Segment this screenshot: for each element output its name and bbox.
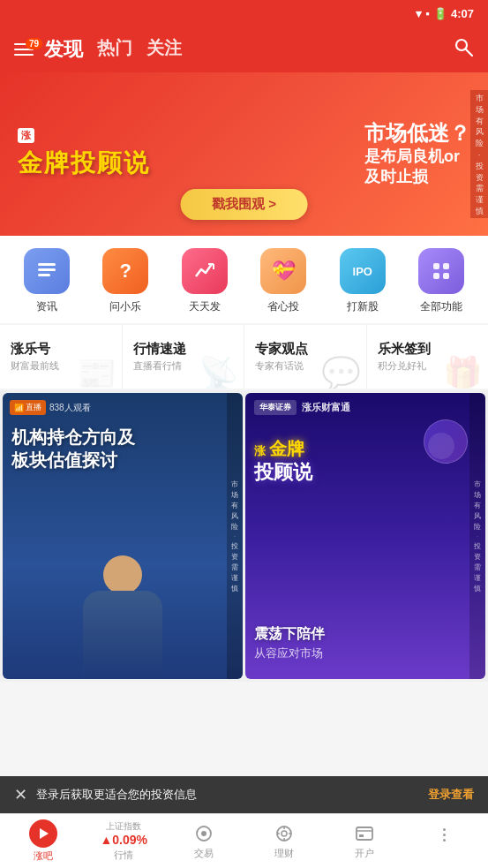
quick-label-daily: 天天发 [189,299,221,314]
content-card-advisor[interactable]: 华泰证券 涨乐财富通 涨 金牌 投顾说 震荡下陪伴 从容应对市场 市 场 有 风… [245,393,485,679]
quick-menu: 资讯 ? 问小乐 天天发 💝 省心投 IPO 打新股 [0,236,488,323]
brand-name: 涨乐财富通 [302,401,350,414]
account-icon [353,822,376,845]
menu-area: 79 [14,43,34,56]
invest-icon: 💝 [260,248,306,294]
quick-item-daily[interactable]: 天天发 [182,248,228,314]
search-button[interactable] [453,36,474,63]
advisor-logo-area: 华泰证券 涨乐财富通 [245,393,485,422]
banner-right: 市场低迷？ 是布局良机or 及时止损 [356,121,470,188]
svg-rect-8 [443,263,449,269]
tab-hot[interactable]: 热门 [97,36,132,63]
quick-label-news: 资讯 [36,299,57,314]
gold-label: 金牌 [269,439,304,458]
feature-card-market[interactable]: 行情速递 直播看行情 📡 [123,325,245,389]
nav-item-wealth[interactable]: 理财 [244,817,324,865]
stock-info: 上证指数 ▲0.09% [100,820,147,847]
nav-item-market[interactable]: 上证指数 ▲0.09% 行情 [84,815,164,867]
quick-label-ask: 问小乐 [109,299,141,314]
svg-rect-19 [357,827,372,840]
nav-item-account[interactable]: 开户 [324,817,404,865]
banner-sub-text1: 是布局良机or [364,147,460,167]
svg-point-12 [201,831,206,836]
content-card-live[interactable]: 📶直播 838人观看 机构持仓方向及 板块估值探讨 市 场 有 风 险 · 投 … [3,393,243,679]
svg-rect-10 [443,273,449,279]
bottom-text: 震荡下陪伴 [254,625,477,644]
close-login-bar-button[interactable]: ✕ [14,785,27,804]
nav-item-trade[interactable]: 交易 [164,817,244,865]
feature-card-signin[interactable]: 乐米签到 积分兑好礼 🎁 [367,325,489,389]
login-link-button[interactable]: 登录查看 [428,787,474,803]
quick-item-invest[interactable]: 💝 省心投 [260,248,306,314]
feature-card-expert[interactable]: 专家观点 专家有话说 💬 [244,325,367,389]
banner-title: 金牌投顾说 [18,147,356,180]
nav-label-market: 行情 [114,849,133,862]
nav-tabs: 发现 热门 关注 [44,36,442,63]
live-badge: 📶直播 [10,400,46,415]
advisor-title: 投顾说 [254,459,469,486]
svg-rect-4 [38,274,50,276]
live-text-line2: 板块估值探讨 [11,449,234,472]
viewer-count: 838人观看 [49,402,91,414]
notification-badge[interactable]: 79 [26,38,42,49]
svg-rect-3 [38,268,56,271]
quick-item-ask[interactable]: ? 问小乐 [102,248,148,314]
tab-follow[interactable]: 关注 [146,36,182,63]
quick-label-ipo: 打新股 [347,299,379,314]
daily-icon [182,248,228,294]
nav-label-trade: 交易 [194,847,214,860]
svg-line-1 [466,49,472,56]
live-text-line1: 机构持仓方向及 [11,426,234,449]
live-top-bar: 📶直播 838人观看 [3,393,243,419]
nav-label-wealth: 理财 [274,847,294,860]
all-icon [418,248,464,294]
svg-rect-7 [433,263,439,269]
login-prompt-text: 登录后获取更适合您的投资信息 [36,787,419,803]
banner-sub-text2: 及时止损 [364,167,428,187]
svg-point-0 [456,40,467,50]
nav-label-account: 开户 [355,847,374,860]
trade-icon [192,822,215,845]
nav-item-zhangba[interactable]: 涨吧 [4,814,84,868]
svg-point-14 [282,831,287,836]
signal-icon: ▾ [416,7,422,20]
svg-rect-2 [38,263,56,266]
zhang-badge: 涨 [18,128,34,143]
quick-label-invest: 省心投 [267,299,299,314]
play-triangle-icon [40,828,49,839]
stock-change: ▲0.09% [100,833,147,847]
quick-item-ipo[interactable]: IPO 打新股 [340,248,386,314]
stock-index-name: 上证指数 [106,820,141,833]
banner-cta-button[interactable]: 戳我围观 > [180,189,308,220]
status-icons: ▾ ▪ 🔋 4:07 [416,7,474,20]
login-bar: ✕ 登录后获取更适合您的投资信息 登录查看 [0,776,488,813]
nav-label-more [443,849,446,859]
battery-icon: 🔋 [433,7,447,20]
live-main-text: 机构持仓方向及 板块估值探讨 [3,419,243,479]
quick-item-news[interactable]: 资讯 [24,248,70,314]
play-icon [29,819,57,848]
banner: 涨 金牌投顾说 市场低迷？ 是布局良机or 及时止损 市 场 有 风 险 · 投… [0,72,488,236]
feature-card-zanglehao[interactable]: 涨乐号 财富最前线 📰 [0,325,123,389]
ask-icon: ? [102,248,148,294]
more-dots-icon [433,824,456,847]
bottom-nav: 涨吧 上证指数 ▲0.09% 行情 交易 [0,813,488,868]
header: 79 发现 热门 关注 [0,26,488,72]
htsc-logo: 华泰证券 [254,400,297,415]
quick-label-all: 全部功能 [420,299,462,314]
quick-item-all[interactable]: 全部功能 [418,248,464,314]
bottom-sub-text: 从容应对市场 [254,645,477,661]
banner-logo: 涨 [18,128,356,143]
banner-left: 涨 金牌投顾说 [18,128,356,180]
nav-item-more[interactable] [404,819,484,864]
ipo-icon: IPO [340,248,386,294]
wifi-icon: ▪ [425,7,430,20]
banner-side-info: 市 场 有 风 险 · 投 资 需 谨 慎 [470,90,488,218]
nav-label-zhangba: 涨吧 [34,849,53,863]
feature-row: 涨乐号 财富最前线 📰 行情速递 直播看行情 📡 专家观点 专家有话说 💬 乐米… [0,325,488,389]
svg-rect-21 [359,834,364,837]
status-bar: ▾ ▪ 🔋 4:07 [0,0,488,26]
time-display: 4:07 [451,7,474,20]
wealth-icon [273,822,296,845]
tab-discover[interactable]: 发现 [44,36,83,63]
